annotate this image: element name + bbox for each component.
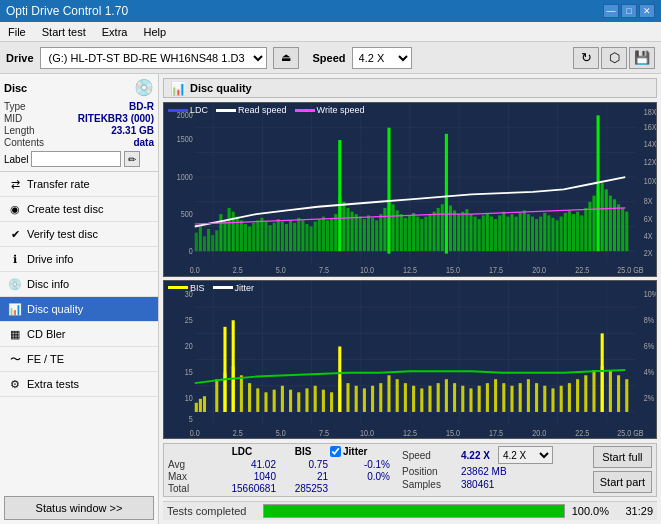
position-value: 23862 MB (461, 466, 507, 477)
nav-create-test-disc[interactable]: ◉ Create test disc (0, 197, 158, 222)
disc-quality-icon: 📊 (8, 302, 22, 316)
svg-rect-148 (387, 128, 390, 254)
status-window-button[interactable]: Status window >> (4, 496, 154, 520)
nav-verify-test-disc[interactable]: ✔ Verify test disc (0, 222, 158, 247)
svg-text:17.5: 17.5 (489, 428, 503, 438)
chart-ldc: LDC Read speed Write speed (163, 102, 657, 277)
drive-label: Drive (6, 52, 34, 64)
svg-rect-85 (375, 220, 378, 251)
menu-help[interactable]: Help (139, 25, 170, 39)
svg-rect-68 (305, 224, 308, 251)
svg-rect-116 (502, 212, 505, 252)
svg-text:6X: 6X (644, 214, 653, 224)
svg-rect-95 (416, 217, 419, 252)
start-part-button[interactable]: Start part (593, 471, 652, 493)
svg-text:6%: 6% (644, 341, 655, 351)
nav-transfer-rate[interactable]: ⇄ Transfer rate (0, 172, 158, 197)
svg-rect-208 (355, 386, 358, 412)
disc-quality-title: Disc quality (190, 82, 252, 94)
label-input[interactable] (31, 151, 121, 167)
titlebar: Opti Drive Control 1.70 — □ ✕ (0, 0, 661, 22)
stats-bar: LDC BIS Jitter Avg 41.02 0.75 -0.1% Max … (163, 443, 657, 497)
svg-text:14X: 14X (644, 140, 656, 150)
svg-text:1500: 1500 (177, 135, 193, 145)
svg-rect-64 (289, 220, 292, 251)
svg-rect-113 (490, 217, 493, 252)
svg-text:22.5: 22.5 (575, 428, 589, 438)
disc-contents-row: Contents data (4, 137, 154, 148)
svg-rect-118 (510, 214, 513, 251)
progress-bar-inner (264, 505, 564, 517)
svg-rect-70 (314, 222, 317, 252)
jitter-checkbox[interactable] (330, 446, 341, 457)
menu-file[interactable]: File (4, 25, 30, 39)
avg-bis: 0.75 (278, 459, 328, 470)
svg-text:25: 25 (185, 315, 193, 325)
svg-rect-58 (264, 222, 267, 252)
label-edit-button[interactable]: ✏ (124, 151, 140, 167)
svg-text:10.0: 10.0 (360, 266, 374, 276)
toolbar-icons: ↻ ⬡ 💾 (573, 47, 655, 69)
svg-rect-200 (289, 390, 292, 412)
legend-bis: BIS (168, 283, 205, 293)
svg-text:1000: 1000 (177, 172, 193, 182)
svg-rect-197 (264, 392, 267, 412)
svg-text:8X: 8X (644, 197, 653, 207)
svg-rect-97 (424, 217, 427, 252)
svg-text:22.5: 22.5 (575, 266, 589, 276)
progress-bar-outer (263, 504, 565, 518)
menubar: File Start test Extra Help (0, 22, 661, 42)
svg-rect-62 (281, 222, 284, 252)
close-button[interactable]: ✕ (639, 4, 655, 18)
svg-text:20.0: 20.0 (532, 428, 546, 438)
samples-value: 380461 (461, 479, 494, 490)
svg-rect-54 (248, 226, 251, 251)
start-full-button[interactable]: Start full (593, 446, 652, 468)
svg-rect-114 (494, 219, 497, 251)
svg-rect-120 (519, 213, 522, 251)
drive-select[interactable]: (G:) HL-DT-ST BD-RE WH16NS48 1.D3 (40, 47, 267, 69)
svg-text:2.5: 2.5 (233, 266, 243, 276)
save-icon[interactable]: 💾 (629, 47, 655, 69)
nav-cd-bler[interactable]: ▦ CD Bler (0, 322, 158, 347)
speed-dropdown[interactable]: 4.2 X (498, 446, 553, 464)
chart2-legend: BIS Jitter (168, 283, 254, 293)
settings-icon[interactable]: ⬡ (601, 47, 627, 69)
svg-rect-42 (199, 226, 202, 251)
svg-rect-127 (547, 215, 550, 251)
svg-rect-56 (256, 220, 259, 251)
svg-rect-103 (449, 205, 452, 251)
svg-rect-146 (625, 212, 628, 252)
nav-cd-bler-label: CD Bler (27, 328, 66, 340)
svg-text:2.5: 2.5 (233, 428, 243, 438)
svg-rect-122 (527, 214, 530, 251)
nav-disc-quality[interactable]: 📊 Disc quality (0, 297, 158, 322)
svg-rect-50 (232, 212, 235, 252)
max-bis: 21 (278, 471, 328, 482)
svg-rect-63 (285, 224, 288, 251)
nav-verify-test-disc-label: Verify test disc (27, 228, 98, 240)
nav-drive-info-label: Drive info (27, 253, 73, 265)
svg-text:5: 5 (189, 414, 193, 424)
svg-rect-59 (269, 225, 272, 251)
svg-text:4%: 4% (644, 367, 655, 377)
total-label: Total (168, 483, 206, 494)
chart2-svg: 30 25 20 15 10 5 10% 8% 6% 4% 2% 0.0 2.5… (164, 281, 656, 438)
legend-jitter: Jitter (213, 283, 255, 293)
eject-button[interactable]: ⏏ (273, 47, 299, 69)
maximize-button[interactable]: □ (621, 4, 637, 18)
nav-extra-tests[interactable]: ⚙ Extra tests (0, 372, 158, 397)
nav-fe-te[interactable]: 〜 FE / TE (0, 347, 158, 372)
svg-text:10X: 10X (644, 177, 656, 187)
speed-select[interactable]: 4.2 X (352, 47, 412, 69)
svg-rect-228 (519, 383, 522, 412)
menu-start-test[interactable]: Start test (38, 25, 90, 39)
refresh-icon[interactable]: ↻ (573, 47, 599, 69)
menu-extra[interactable]: Extra (98, 25, 132, 39)
nav-drive-info[interactable]: ℹ Drive info (0, 247, 158, 272)
svg-text:15.0: 15.0 (446, 266, 460, 276)
minimize-button[interactable]: — (603, 4, 619, 18)
nav-disc-info[interactable]: 💿 Disc info (0, 272, 158, 297)
svg-rect-144 (617, 204, 620, 251)
speed-label: Speed (313, 52, 346, 64)
